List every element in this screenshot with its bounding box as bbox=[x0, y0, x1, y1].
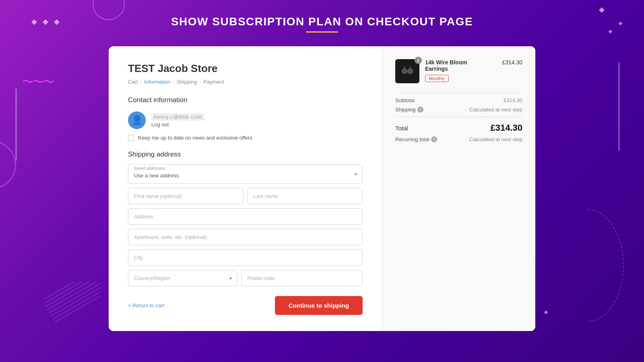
svg-point-2 bbox=[403, 70, 406, 73]
bg-arc bbox=[0, 141, 16, 189]
breadcrumb-sep-1: › bbox=[140, 80, 142, 84]
subtotal-row: Subtotal £314.30 bbox=[395, 97, 522, 103]
city-group bbox=[128, 249, 363, 266]
title-underline bbox=[306, 31, 338, 33]
newsletter-label: Keep me up to date on news and exclusive… bbox=[138, 135, 252, 141]
divider-2 bbox=[395, 117, 522, 117]
bg-wavy: 〜〜〜 bbox=[22, 74, 54, 90]
country-select-wrap: Country/Region ▾ bbox=[128, 270, 237, 286]
return-to-cart-link[interactable]: < Return to cart bbox=[128, 302, 164, 309]
first-name-input[interactable] bbox=[128, 188, 244, 204]
address-group bbox=[128, 208, 363, 225]
newsletter-row: Keep me up to date on news and exclusive… bbox=[128, 135, 363, 141]
product-name: 14k Wire Bloom Earrings bbox=[425, 59, 491, 72]
continue-to-shipping-button[interactable]: Continue to shipping bbox=[275, 296, 363, 315]
product-img-wrap: 1 bbox=[395, 59, 419, 83]
contact-row: 👤 henry.c@bbb.com Log out bbox=[128, 111, 363, 129]
recurring-label: Recurring total ? bbox=[395, 136, 437, 142]
user-icon: 👤 bbox=[132, 115, 142, 125]
recurring-help-icon[interactable]: ? bbox=[431, 136, 437, 142]
product-price: £314.30 bbox=[497, 59, 522, 66]
bg-rect-left bbox=[15, 88, 17, 161]
saved-addresses-wrap: Saved addresses Use a new address bbox=[128, 164, 363, 184]
total-row: Total £314.30 bbox=[395, 123, 522, 133]
contact-email: henry.c@bbb.com bbox=[151, 113, 204, 121]
form-footer: < Return to cart Continue to shipping bbox=[128, 296, 363, 315]
shipping-help-icon[interactable]: ? bbox=[417, 107, 423, 113]
avatar: 👤 bbox=[128, 111, 146, 129]
contact-section-title: Contact information bbox=[128, 96, 363, 104]
breadcrumb-payment[interactable]: Payment bbox=[203, 79, 224, 85]
shipping-value: Calculated at next step bbox=[469, 107, 522, 113]
left-panel: TEST Jacob Store Cart › Information › Sh… bbox=[109, 46, 382, 331]
subtotal-label: Subtotal bbox=[395, 97, 415, 103]
bg-rect-right bbox=[618, 62, 620, 151]
apt-group bbox=[128, 229, 363, 245]
shipping-row: Shipping ? Calculated at next step bbox=[395, 107, 522, 113]
recurring-row: Recurring total ? Calculated at next ste… bbox=[395, 136, 522, 142]
breadcrumb-sep-3: › bbox=[200, 80, 201, 84]
breadcrumb-information[interactable]: Information bbox=[144, 79, 170, 85]
page-title: SHOW SUBSCRIPTION PLAN ON CHECKOUT PAGE bbox=[0, 15, 644, 28]
total-value: £314.30 bbox=[490, 123, 522, 133]
product-details: 14k Wire Bloom Earrings Monthly bbox=[425, 59, 491, 82]
main-card: TEST Jacob Store Cart › Information › Sh… bbox=[109, 46, 535, 331]
address-input[interactable] bbox=[128, 208, 363, 225]
subtotal-value: £314.30 bbox=[504, 97, 522, 103]
bg-lines bbox=[44, 282, 101, 330]
name-row bbox=[128, 188, 363, 204]
last-name-input[interactable] bbox=[248, 188, 363, 204]
recurring-value: Calculated at next step bbox=[469, 136, 522, 142]
total-label: Total bbox=[395, 125, 408, 132]
city-input[interactable] bbox=[128, 249, 363, 266]
apt-input[interactable] bbox=[128, 229, 363, 245]
saved-addresses-label: Saved addresses bbox=[134, 166, 165, 171]
newsletter-checkbox[interactable] bbox=[128, 135, 134, 141]
shipping-label: Shipping ? bbox=[395, 107, 423, 113]
logout-link[interactable]: Log out bbox=[151, 121, 169, 128]
country-row: Country/Region ▾ bbox=[128, 270, 363, 286]
breadcrumb-shipping[interactable]: Shipping bbox=[177, 79, 197, 85]
store-name: TEST Jacob Store bbox=[128, 62, 363, 75]
svg-point-3 bbox=[409, 70, 412, 73]
country-select[interactable]: Country/Region bbox=[128, 270, 237, 286]
contact-info: henry.c@bbb.com Log out bbox=[151, 113, 363, 128]
page-header: SHOW SUBSCRIPTION PLAN ON CHECKOUT PAGE bbox=[0, 0, 644, 33]
right-panel: 1 14k Wire Bloom Earrings Monthly £314.3… bbox=[382, 46, 535, 331]
breadcrumb-sep-2: › bbox=[173, 80, 174, 84]
shipping-section-title: Shipping address bbox=[128, 150, 363, 158]
breadcrumb: Cart › Information › Shipping › Payment bbox=[128, 79, 363, 85]
product-quantity-badge: 1 bbox=[415, 57, 422, 64]
bg-dotted-arc bbox=[551, 209, 624, 322]
divider-1 bbox=[395, 93, 522, 93]
bg-diamond-bl bbox=[545, 311, 547, 314]
product-row: 1 14k Wire Bloom Earrings Monthly £314.3… bbox=[395, 59, 522, 83]
subscription-badge: Monthly bbox=[425, 75, 449, 82]
postal-input[interactable] bbox=[242, 270, 363, 286]
breadcrumb-cart[interactable]: Cart bbox=[128, 79, 138, 85]
